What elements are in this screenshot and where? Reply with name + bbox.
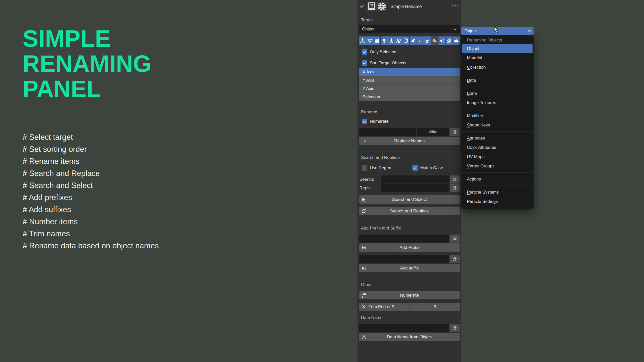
- svg-text:a: a: [419, 38, 422, 43]
- filter-metaball-button[interactable]: [431, 36, 438, 45]
- sort-mode-z-axis[interactable]: Z Axis: [359, 85, 460, 93]
- panel-title: Simple Rename: [390, 4, 422, 9]
- replace-names-button[interactable]: Replace Names: [359, 137, 460, 145]
- filter-armature-button[interactable]: [388, 36, 395, 45]
- variables-at-button[interactable]: @: [450, 184, 460, 192]
- menu-item-uv-maps[interactable]: UV Maps: [462, 152, 533, 161]
- data-name-from-object-button[interactable]: Data Name from Object: [359, 333, 460, 341]
- filter-lattice-button[interactable]: [446, 36, 453, 45]
- menu-item-modifiers[interactable]: Modifiers: [462, 111, 533, 120]
- target-type-value: Object: [362, 27, 374, 32]
- suffix-input[interactable]: [359, 255, 449, 263]
- search-and-select-button[interactable]: Search and Select: [359, 195, 460, 204]
- use-regex-checkbox[interactable]: Use Regex: [359, 165, 410, 171]
- light-icon: [381, 38, 387, 43]
- drag-grip-icon[interactable]: [452, 5, 458, 8]
- object-type-filter-row: a: [359, 36, 460, 45]
- sort-mode-y-axis[interactable]: Y Axis: [359, 76, 460, 85]
- menu-item-actions[interactable]: Actions: [462, 174, 533, 184]
- only-selected-checkbox[interactable]: Only Selected: [359, 49, 460, 55]
- feature-line: # Search and Replace: [23, 167, 299, 179]
- trim-length-value[interactable]: 3: [410, 303, 460, 311]
- menu-item-shape-keys[interactable]: Shape Keys: [462, 120, 533, 130]
- filter-font-button[interactable]: a: [417, 36, 424, 45]
- feature-line: # Set sorting order: [23, 143, 299, 155]
- volume-icon: [454, 38, 459, 43]
- menu-separator: [461, 87, 534, 87]
- search-replace-section-label: Search and Replace: [361, 155, 458, 160]
- menu-item-vertex-groups[interactable]: Vertex Groups: [462, 161, 533, 171]
- menu-item-object[interactable]: Object: [462, 44, 533, 53]
- menu-item-collection[interactable]: Collection: [462, 63, 533, 72]
- chevron-down-icon: [453, 27, 457, 31]
- mesh-data-icon: [361, 334, 367, 340]
- trim-end-button[interactable]: Trim End of S...: [359, 303, 410, 311]
- filter-grease-pencil-button[interactable]: [395, 36, 402, 45]
- screenshot-stage: SIMPLERENAMINGPANEL # Select target# Set…: [0, 0, 644, 362]
- curve-icon: [403, 38, 409, 43]
- arrow-right-icon: [361, 138, 367, 144]
- menu-separator: [461, 74, 534, 74]
- numerate-checkbox[interactable]: Numerate: [359, 119, 460, 124]
- match-case-checkbox[interactable]: Match Case: [410, 165, 460, 171]
- menu-item-color-attributes[interactable]: Color Attributes: [462, 143, 533, 152]
- numerate-button[interactable]: 12 Numerate: [359, 291, 460, 299]
- menu-item-data[interactable]: Data: [462, 76, 533, 85]
- menu-item-particle-systems[interactable]: Particle Systems: [462, 188, 533, 197]
- numerate-label: Numerate: [370, 119, 389, 124]
- collapse-chevron-icon[interactable]: [359, 4, 365, 9]
- use-regex-label: Use Regex: [370, 165, 391, 170]
- help-book-icon[interactable]: ?: [367, 2, 377, 11]
- feature-line: # Add prefixes: [23, 192, 299, 204]
- sort-target-objects-checkbox[interactable]: Sort Target Objects: [359, 60, 460, 66]
- add-prefix-button[interactable]: Add Prefix: [359, 243, 460, 252]
- menu-item-material[interactable]: Material: [462, 53, 533, 63]
- armature-icon: [389, 38, 394, 43]
- page-title: SIMPLERENAMINGPANEL: [23, 26, 299, 102]
- hero: SIMPLERENAMINGPANEL # Select target# Set…: [23, 0, 299, 252]
- filter-volume-button[interactable]: [453, 36, 460, 45]
- replace-input[interactable]: [381, 184, 450, 192]
- menu-item-image-textures[interactable]: Image Textures: [462, 98, 533, 107]
- target-type-select[interactable]: Object: [359, 25, 460, 33]
- menu-item-attributes[interactable]: Attributes: [462, 133, 533, 143]
- digits-input[interactable]: ###: [417, 128, 449, 136]
- add-suffix-button[interactable]: Add suffix: [359, 264, 460, 272]
- refresh-cycle-icon: [361, 208, 367, 214]
- variables-at-button[interactable]: @: [450, 175, 460, 184]
- menu-separator: [461, 172, 534, 173]
- variables-at-button[interactable]: @: [450, 324, 460, 332]
- filter-curves-hair-button[interactable]: [424, 36, 431, 45]
- trim-row: Trim End of S... 3: [359, 303, 460, 311]
- filter-camera-button[interactable]: [373, 36, 380, 45]
- data-name-section-label: Data Name: [361, 315, 458, 320]
- panel-header: ? Simple Rename: [359, 2, 460, 11]
- search-and-replace-button[interactable]: Search and Replace: [359, 207, 460, 215]
- filter-light-button[interactable]: [381, 36, 388, 45]
- data-name-input[interactable]: [359, 324, 449, 332]
- filter-mesh-button[interactable]: [366, 36, 373, 45]
- search-input[interactable]: [381, 175, 450, 184]
- menu-item-particle-settings[interactable]: Particle Settings: [462, 197, 533, 206]
- filter-speaker-button[interactable]: [438, 36, 446, 45]
- filter-empty-axes-button[interactable]: [359, 36, 366, 45]
- filter-surface-button[interactable]: [410, 36, 417, 45]
- filter-curve-button[interactable]: [402, 36, 409, 45]
- sort-mode-selection[interactable]: Selection: [359, 93, 460, 101]
- variables-at-button[interactable]: @: [450, 235, 460, 243]
- gear-icon[interactable]: [377, 2, 387, 11]
- prefix-input[interactable]: [359, 235, 449, 243]
- rename-section-label: Rename: [361, 110, 458, 115]
- variables-at-button[interactable]: @: [450, 255, 460, 263]
- variables-at-button[interactable]: @: [450, 128, 460, 136]
- menu-separator: [461, 109, 534, 109]
- checkbox-checked-icon: [362, 49, 367, 55]
- skip-to-end-icon: [361, 265, 367, 271]
- sort-mode-x-axis[interactable]: X Axis: [359, 68, 460, 76]
- menu-item-bone[interactable]: Bone: [462, 89, 533, 98]
- feature-line: # Number items: [23, 216, 299, 228]
- checkbox-unchecked-icon: [362, 165, 367, 171]
- new-name-input[interactable]: [359, 128, 416, 136]
- checkbox-checked-icon: [362, 119, 367, 124]
- search-row: Search: @: [359, 175, 460, 184]
